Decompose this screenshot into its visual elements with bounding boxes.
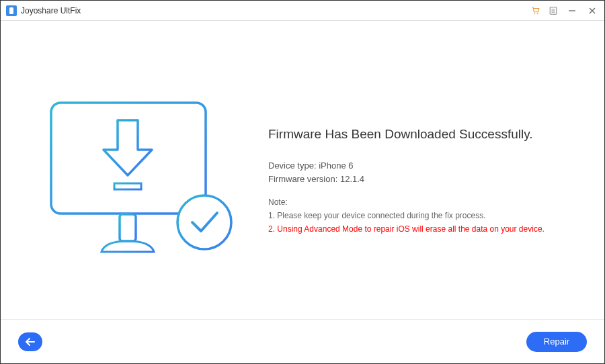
svg-rect-13	[114, 183, 141, 189]
app-title: Joyoshare UltFix	[21, 6, 81, 15]
firmware-line: Firmware version: 12.1.4	[268, 174, 584, 184]
minimize-button[interactable]	[565, 4, 579, 17]
cart-icon[interactable]	[530, 5, 541, 16]
app-window: Joyoshare UltFix	[0, 0, 605, 364]
titlebar-left: Joyoshare UltFix	[6, 5, 81, 16]
note-label: Note:	[268, 197, 584, 207]
repair-button[interactable]: Repair	[526, 332, 587, 352]
firmware-label: Firmware version:	[268, 174, 340, 184]
info-panel: Firmware Has Been Downloaded Successfull…	[249, 88, 584, 319]
svg-rect-0	[9, 7, 13, 14]
svg-point-1	[534, 13, 535, 14]
svg-point-14	[177, 195, 231, 249]
device-type-value: iPhone 6	[319, 161, 353, 171]
titlebar-right	[530, 4, 599, 17]
menu-icon[interactable]	[548, 5, 559, 16]
back-button[interactable]	[18, 332, 42, 351]
device-type-label: Device type:	[268, 161, 319, 171]
note-line-2: 2. Unsing Advanced Mode to repair iOS wi…	[268, 224, 584, 234]
app-logo-icon	[6, 5, 17, 16]
device-type-line: Device type: iPhone 6	[268, 161, 584, 171]
firmware-value: 12.1.4	[340, 174, 364, 184]
svg-rect-11	[120, 214, 136, 241]
headline: Firmware Has Been Downloaded Successfull…	[268, 127, 584, 142]
svg-point-2	[537, 13, 538, 14]
download-complete-illustration	[21, 88, 249, 319]
footer: Repair	[1, 319, 604, 363]
titlebar: Joyoshare UltFix	[1, 1, 604, 21]
close-button[interactable]	[586, 4, 599, 17]
note-line-1: 1. Please keep your device connected dur…	[268, 211, 584, 220]
content-area: Firmware Has Been Downloaded Successfull…	[1, 21, 604, 319]
